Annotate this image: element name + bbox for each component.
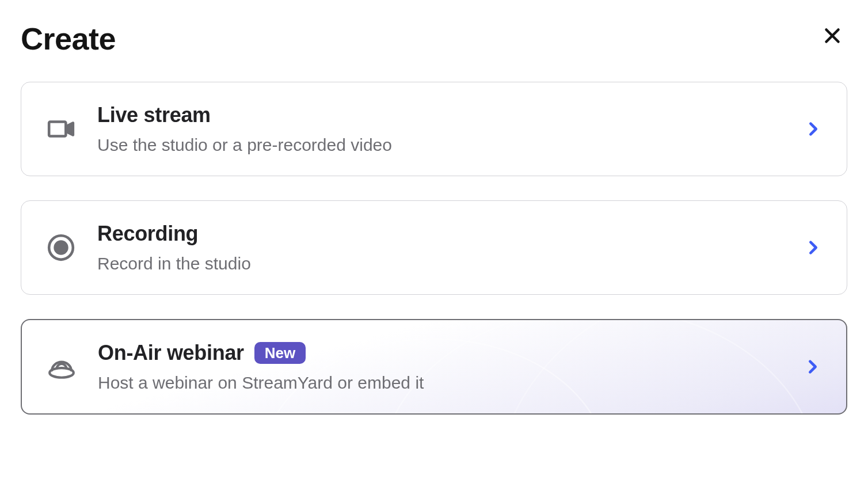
chevron-right-icon xyxy=(805,121,821,137)
option-title: Live stream xyxy=(97,103,211,127)
option-on-air-webinar[interactable]: On-Air webinar New Host a webinar on Str… xyxy=(21,319,847,415)
chevron-right-icon xyxy=(805,240,821,256)
camera-icon xyxy=(47,115,81,143)
option-description: Host a webinar on StreamYard or embed it xyxy=(98,373,805,393)
option-title-row: Recording xyxy=(97,222,805,246)
option-text: Recording Record in the studio xyxy=(97,222,805,273)
modal-title: Create xyxy=(21,21,116,56)
close-icon xyxy=(822,25,843,48)
close-button[interactable] xyxy=(817,21,847,52)
chevron-right-icon xyxy=(805,359,821,375)
option-live-stream[interactable]: Live stream Use the studio or a pre-reco… xyxy=(21,82,847,176)
option-title: Recording xyxy=(97,222,198,246)
record-icon xyxy=(47,233,81,262)
option-title: On-Air webinar xyxy=(98,341,244,365)
option-text: On-Air webinar New Host a webinar on Str… xyxy=(98,341,805,393)
modal-header: Create xyxy=(21,21,847,56)
new-badge: New xyxy=(254,342,306,364)
options-list: Live stream Use the studio or a pre-reco… xyxy=(21,82,847,415)
svg-point-4 xyxy=(55,242,67,254)
webinar-icon xyxy=(47,352,82,381)
option-title-row: On-Air webinar New xyxy=(98,341,805,365)
option-title-row: Live stream xyxy=(97,103,805,127)
option-text: Live stream Use the studio or a pre-reco… xyxy=(97,103,805,155)
svg-rect-2 xyxy=(49,122,66,136)
option-description: Use the studio or a pre-recorded video xyxy=(97,135,805,155)
option-description: Record in the studio xyxy=(97,254,805,273)
option-recording[interactable]: Recording Record in the studio xyxy=(21,200,847,295)
